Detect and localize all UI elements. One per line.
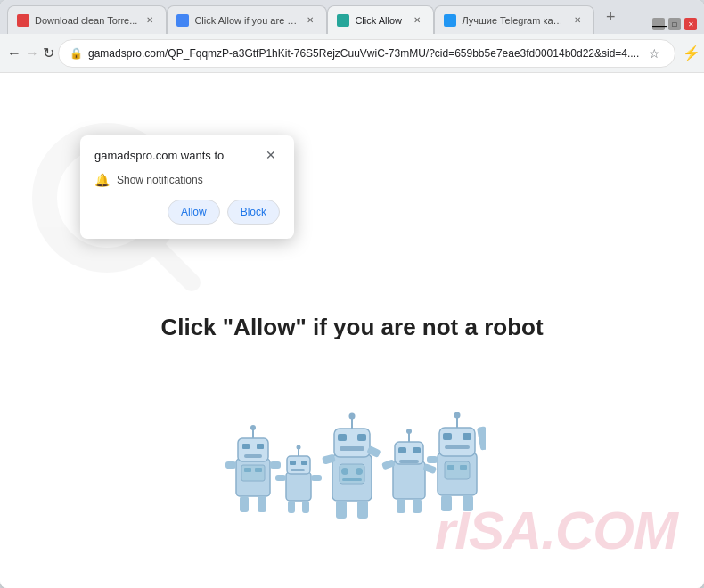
block-button[interactable]: Block <box>227 200 280 225</box>
tab-1[interactable]: Download clean Torre... ✕ <box>7 5 167 34</box>
tab-3-title: Click Allow <box>355 15 405 26</box>
tab-3[interactable]: Click Allow ✕ <box>327 5 434 34</box>
tab-4-close[interactable]: ✕ <box>570 13 585 28</box>
tab-bar: Download clean Torre... ✕ Click Allow if… <box>0 0 704 34</box>
svg-rect-28 <box>334 429 370 457</box>
minimize-button[interactable]: — <box>652 18 665 30</box>
svg-rect-54 <box>439 428 475 456</box>
svg-point-56 <box>454 412 461 419</box>
svg-rect-58 <box>463 433 471 440</box>
svg-rect-63 <box>427 456 438 463</box>
close-window-button[interactable]: ✕ <box>684 18 697 30</box>
svg-rect-8 <box>244 454 262 458</box>
page-content: rISA.COM gamadspro.com wants to ✕ 🔔 Show… <box>0 73 704 588</box>
address-text: gamadspro.com/QP_FqqmzP-a3GtfP1hKit-76S5… <box>88 47 639 60</box>
svg-rect-21 <box>301 461 307 465</box>
svg-rect-14 <box>244 468 251 472</box>
lock-icon: 🔒 <box>70 47 83 60</box>
svg-rect-33 <box>340 446 364 451</box>
svg-rect-31 <box>338 434 347 441</box>
svg-point-45 <box>406 429 412 434</box>
browser-window: Download clean Torre... ✕ Click Allow if… <box>0 0 704 588</box>
svg-line-1 <box>156 247 192 282</box>
svg-rect-22 <box>291 469 305 471</box>
svg-rect-47 <box>413 447 421 453</box>
svg-rect-12 <box>270 461 281 469</box>
back-icon: ← <box>7 45 21 61</box>
tab-4-title: Лучшие Telegram кан... <box>462 15 565 26</box>
svg-rect-61 <box>463 495 473 511</box>
svg-rect-42 <box>393 461 425 499</box>
tab-1-close[interactable]: ✕ <box>143 13 157 28</box>
svg-rect-6 <box>242 444 250 449</box>
svg-rect-10 <box>258 496 266 512</box>
svg-rect-66 <box>460 465 467 470</box>
tab-2-favicon <box>176 14 189 27</box>
svg-rect-41 <box>342 478 362 481</box>
svg-rect-35 <box>357 501 368 519</box>
bell-icon: 🔔 <box>94 173 110 187</box>
svg-rect-57 <box>443 433 452 440</box>
svg-rect-7 <box>257 444 264 449</box>
notification-text: Show notifications <box>117 174 203 186</box>
svg-rect-60 <box>441 495 452 511</box>
popup-header: gamadspro.com wants to ✕ <box>94 146 280 164</box>
tab-2-title: Click Allow if you are r... <box>194 15 298 26</box>
tab-2[interactable]: Click Allow if you are r... ✕ <box>167 5 327 34</box>
permission-popup: gamadspro.com wants to ✕ 🔔 Show notifica… <box>80 135 294 239</box>
svg-rect-15 <box>255 468 262 472</box>
svg-rect-62 <box>477 426 486 450</box>
reload-icon: ↻ <box>43 45 54 61</box>
svg-rect-3 <box>238 438 268 461</box>
extensions-icon: ⚡ <box>683 45 700 61</box>
svg-rect-20 <box>290 461 296 465</box>
svg-point-39 <box>341 468 348 475</box>
svg-rect-64 <box>445 461 470 479</box>
svg-rect-16 <box>286 472 311 501</box>
svg-rect-34 <box>336 501 347 519</box>
main-message: Click "Allow" if you are not a robot <box>160 314 543 341</box>
svg-rect-50 <box>413 499 422 513</box>
svg-rect-13 <box>241 465 265 481</box>
svg-point-30 <box>349 413 356 420</box>
forward-icon: → <box>25 45 39 61</box>
svg-rect-49 <box>397 499 405 513</box>
svg-rect-46 <box>398 447 406 453</box>
popup-notification-row: 🔔 Show notifications <box>94 173 280 187</box>
svg-rect-32 <box>357 434 366 441</box>
new-tab-button[interactable]: + <box>598 4 623 29</box>
allow-button[interactable]: Allow <box>168 200 220 225</box>
svg-rect-65 <box>447 465 454 470</box>
svg-rect-11 <box>225 461 236 469</box>
tab-3-favicon <box>337 14 349 27</box>
robots-illustration <box>218 392 486 535</box>
svg-rect-26 <box>311 475 322 481</box>
popup-actions: Allow Block <box>94 200 280 225</box>
svg-point-5 <box>250 425 256 430</box>
reload-button[interactable]: ↻ <box>43 41 54 66</box>
popup-close-button[interactable]: ✕ <box>262 146 280 164</box>
address-bar[interactable]: 🔒 gamadspro.com/QP_FqqmzP-a3GtfP1hKit-76… <box>58 39 675 68</box>
svg-point-19 <box>297 445 301 450</box>
tab-2-close[interactable]: ✕ <box>303 13 317 28</box>
bookmark-icon[interactable]: ☆ <box>644 44 664 63</box>
tab-3-close[interactable]: ✕ <box>410 13 424 28</box>
svg-rect-48 <box>399 460 419 463</box>
svg-point-40 <box>356 468 363 475</box>
toolbar-right: ⚡ 👤 ⋮ <box>679 41 704 66</box>
back-button[interactable]: ← <box>7 41 21 66</box>
popup-title: gamadspro.com wants to <box>94 149 224 162</box>
tab-4-favicon <box>444 14 456 27</box>
tab-4[interactable]: Лучшие Telegram кан... ✕ <box>434 5 594 34</box>
svg-rect-25 <box>275 475 286 481</box>
extensions-button[interactable]: ⚡ <box>679 41 704 66</box>
svg-rect-59 <box>445 445 470 449</box>
svg-rect-23 <box>288 501 295 513</box>
svg-rect-24 <box>302 501 309 513</box>
tab-1-favicon <box>17 14 29 27</box>
robots-svg <box>218 392 486 535</box>
tab-1-title: Download clean Torre... <box>35 15 137 26</box>
toolbar: ← → ↻ 🔒 gamadspro.com/QP_FqqmzP-a3GtfP1h… <box>0 34 704 73</box>
forward-button[interactable]: → <box>25 41 39 66</box>
maximize-button[interactable]: □ <box>668 18 681 30</box>
